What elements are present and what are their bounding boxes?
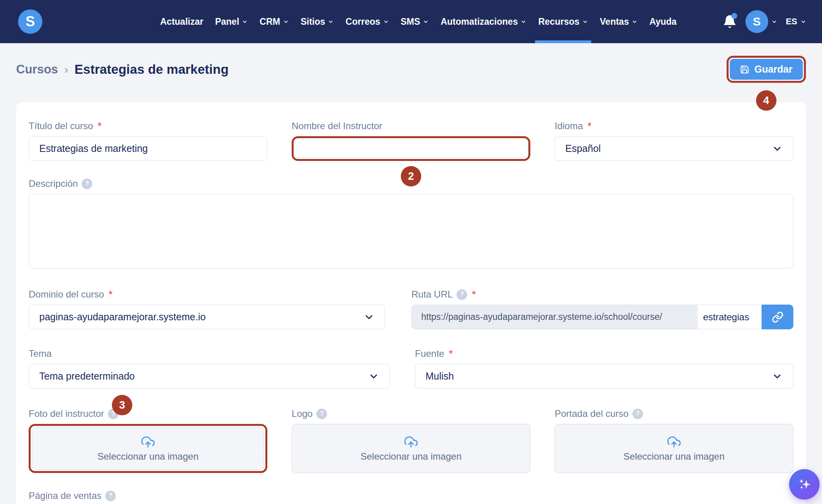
label-text: Portada del curso — [555, 408, 628, 419]
help-icon[interactable]: ? — [457, 289, 467, 300]
field-theme: Tema Tema predeterminado — [29, 348, 390, 389]
required-marker: * — [109, 289, 112, 300]
nav-label: CRM — [259, 16, 280, 27]
nav-label: Correos — [345, 16, 380, 27]
instructor-name-input[interactable] — [295, 139, 527, 158]
nav-item-actualizar[interactable]: Actualizar — [160, 0, 203, 43]
chevron-down-icon — [383, 19, 389, 25]
nav-item-correos[interactable]: Correos — [345, 0, 389, 43]
theme-select[interactable]: Tema predeterminado — [29, 364, 390, 389]
top-navbar: S Actualizar Panel CRM Sitios Correos SM… — [0, 0, 822, 43]
label-text: Descripción — [29, 178, 78, 189]
nav-item-automatizaciones[interactable]: Automatizaciones — [440, 0, 526, 43]
font-select[interactable]: Mulish — [415, 364, 793, 389]
required-marker: * — [472, 289, 475, 300]
course-cover-upload[interactable]: Seleccionar una imagen — [555, 424, 793, 473]
chevron-down-icon — [582, 19, 588, 25]
help-icon[interactable]: ? — [316, 409, 327, 419]
logo-upload[interactable]: Seleccionar una imagen — [292, 424, 530, 473]
nav-label: Recursos — [538, 16, 579, 27]
main-menu: Actualizar Panel CRM Sitios Correos SMS … — [160, 0, 677, 43]
navbar-right-group: S ES — [723, 10, 806, 33]
nav-item-recursos[interactable]: Recursos — [538, 0, 588, 43]
instructor-photo-label: Foto del instructor ? — [29, 408, 267, 419]
annotation-highlight-instructor — [292, 136, 530, 161]
field-instructor-photo: 3 Foto del instructor ? Seleccionar una … — [29, 408, 267, 473]
field-course-cover: Portada del curso ? Seleccionar una imag… — [555, 408, 793, 473]
nav-item-sitios[interactable]: Sitios — [301, 0, 334, 43]
annotation-highlight-photo: Seleccionar una imagen — [29, 424, 267, 473]
upload-label: Seleccionar una imagen — [97, 451, 199, 462]
save-icon — [740, 65, 749, 74]
course-cover-label: Portada del curso ? — [555, 408, 793, 419]
label-text: Foto del instructor — [29, 408, 104, 419]
field-description: Descripción ? — [29, 178, 793, 270]
help-icon[interactable]: ? — [82, 179, 92, 189]
theme-label: Tema — [29, 348, 390, 359]
chevron-down-icon — [364, 312, 374, 323]
language-label: Idioma* — [555, 121, 793, 131]
nav-item-panel[interactable]: Panel — [215, 0, 248, 43]
nav-label: Ventas — [600, 16, 629, 27]
field-instructor-name: Nombre del Instructor 2 — [292, 121, 530, 161]
form-row-1: Título del curso* Nombre del Instructor … — [29, 121, 793, 161]
nav-item-sms[interactable]: SMS — [401, 0, 429, 43]
nav-label: Sitios — [301, 16, 325, 27]
url-input-group: https://paginas-ayudaparamejorar.systeme… — [411, 305, 793, 329]
field-logo: Logo ? Seleccionar una imagen — [292, 408, 530, 473]
nav-label: Automatizaciones — [440, 16, 518, 27]
annotation-step-3-badge: 3 — [112, 395, 132, 415]
course-title-label: Título del curso* — [29, 121, 267, 131]
description-textarea[interactable] — [29, 194, 793, 268]
domain-select[interactable]: paginas-ayudaparamejorar.systeme.io — [29, 305, 385, 329]
label-text: Logo — [292, 408, 312, 419]
language-select[interactable]: Español — [555, 136, 793, 161]
help-icon[interactable]: ? — [105, 491, 116, 501]
label-text: Página de ventas — [29, 490, 101, 501]
language-selector[interactable]: ES — [786, 16, 806, 27]
required-marker: * — [449, 348, 453, 359]
open-url-button[interactable] — [762, 305, 793, 329]
required-marker: * — [588, 121, 591, 131]
field-course-title: Título del curso* — [29, 121, 267, 161]
upload-label: Seleccionar una imagen — [623, 451, 725, 462]
chevron-down-icon — [328, 19, 334, 25]
logo-letter: S — [26, 13, 35, 30]
field-url-path: Ruta URL ? * https://paginas-ayudaparame… — [411, 289, 793, 329]
domain-select-value: paginas-ayudaparamejorar.systeme.io — [39, 311, 206, 323]
chevron-down-icon — [771, 19, 777, 25]
font-select-value: Mulish — [426, 371, 454, 382]
course-title-input[interactable] — [29, 136, 267, 161]
systeme-logo[interactable]: S — [18, 9, 42, 34]
url-path-label: Ruta URL ? * — [411, 289, 793, 300]
upload-cloud-icon — [667, 435, 681, 449]
chevron-down-icon — [521, 19, 526, 25]
nav-item-ayuda[interactable]: Ayuda — [649, 0, 676, 43]
label-text: Dominio del curso — [29, 289, 104, 300]
label-text: Fuente — [415, 348, 444, 359]
chevron-down-icon — [242, 19, 248, 25]
nav-item-crm[interactable]: CRM — [259, 0, 289, 43]
instructor-name-label: Nombre del Instructor — [292, 121, 530, 131]
form-row-theme: Tema Tema predeterminado Fuente* Mulish — [29, 348, 793, 389]
breadcrumb-cursos-link[interactable]: Cursos — [16, 62, 58, 77]
theme-select-value: Tema predeterminado — [39, 371, 135, 382]
chevron-down-icon — [800, 19, 806, 25]
annotation-step-4-badge: 4 — [756, 90, 776, 111]
instructor-photo-upload[interactable]: Seleccionar una imagen — [32, 427, 264, 470]
annotation-step-2-badge: 2 — [401, 166, 421, 186]
label-text: Tema — [29, 348, 52, 359]
account-menu[interactable]: S — [745, 10, 777, 33]
nav-label: Actualizar — [160, 16, 203, 27]
page-header: Cursos › Estrategias de marketing Guarda… — [16, 56, 806, 83]
avatar: S — [745, 10, 768, 33]
page-title: Estrategias de marketing — [75, 62, 229, 77]
url-slug-input[interactable] — [698, 305, 762, 329]
nav-label: SMS — [401, 16, 420, 27]
help-icon[interactable]: ? — [632, 409, 643, 419]
nav-item-ventas[interactable]: Ventas — [600, 0, 638, 43]
ai-assistant-button[interactable] — [789, 469, 820, 500]
notifications-button[interactable] — [723, 14, 737, 29]
upload-cloud-icon — [404, 435, 418, 449]
save-button[interactable]: Guardar — [730, 59, 803, 80]
